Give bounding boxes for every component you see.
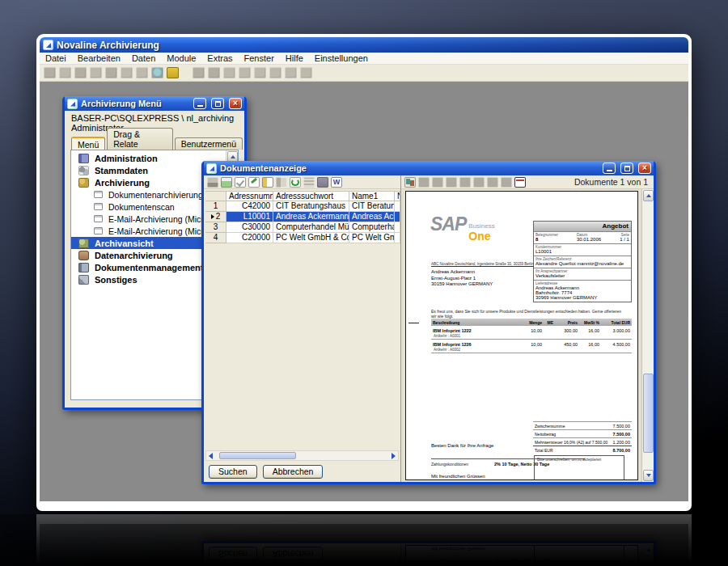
export-icon[interactable] bbox=[501, 177, 512, 188]
scroll-right-icon[interactable] bbox=[392, 453, 396, 459]
folder-tree-icon[interactable] bbox=[262, 177, 273, 188]
menu-fenster[interactable]: Fenster bbox=[239, 53, 280, 63]
menu-bearbeiten[interactable]: Bearbeiten bbox=[72, 53, 126, 63]
header-name2[interactable]: N bbox=[395, 191, 400, 201]
form-icon bbox=[94, 203, 103, 210]
menu-datei[interactable]: Datei bbox=[40, 53, 72, 63]
horizontal-scrollbar[interactable] bbox=[205, 450, 399, 461]
grid-icon[interactable] bbox=[136, 67, 148, 78]
close-button[interactable]: × bbox=[229, 98, 242, 109]
app-window: Novaline Archivierung Datei Bearbeiten D… bbox=[36, 34, 692, 511]
dokumentenanzeige-window-icon bbox=[206, 163, 217, 174]
keys-icon bbox=[78, 178, 89, 188]
form-icon bbox=[94, 191, 103, 198]
maximize-button[interactable] bbox=[620, 163, 633, 174]
mdi-area: Archivierung Menü × BASER-PC\SQLEXPRESS … bbox=[40, 82, 688, 501]
move-icon[interactable] bbox=[208, 67, 220, 78]
menu-daten[interactable]: Daten bbox=[126, 53, 161, 63]
menu-tabs: Menü Drag & Relate Benutzermenü bbox=[71, 136, 244, 150]
print-icon[interactable] bbox=[207, 177, 218, 188]
archiv-menu-titlebar[interactable]: Archivierung Menü × bbox=[65, 96, 244, 111]
notes-icon[interactable] bbox=[105, 67, 117, 78]
scrollbar-thumb[interactable] bbox=[643, 374, 654, 453]
table-row[interactable]: 3 C30000 Computerhandel Mülle Computerha… bbox=[205, 222, 400, 233]
menu-einstellungen[interactable]: Einstellungen bbox=[309, 53, 374, 63]
edit-icon[interactable] bbox=[248, 177, 260, 188]
totals-block: Zwischensumme7.500,00 Nettobetrag7.500,0… bbox=[533, 421, 632, 454]
stamp-icon[interactable] bbox=[432, 177, 443, 188]
closing-line: Mit freundlichen Grüssen bbox=[431, 474, 485, 479]
minimize-button[interactable] bbox=[193, 98, 206, 109]
document-icon-4[interactable] bbox=[269, 67, 281, 78]
tab-benutzermenue[interactable]: Benutzermenü bbox=[175, 137, 243, 150]
word-export-icon[interactable]: W bbox=[331, 177, 342, 188]
search-button[interactable]: Suchen bbox=[209, 465, 257, 479]
header-adressnummer[interactable]: Adressnummer bbox=[226, 191, 273, 201]
scroll-down-icon[interactable] bbox=[643, 470, 654, 481]
sap-document-page: SAP Business One Angebot Belegnummer8 bbox=[405, 191, 638, 480]
rotate-icon[interactable] bbox=[459, 177, 471, 188]
scroll-left-icon[interactable] bbox=[209, 453, 213, 459]
close-button[interactable]: × bbox=[638, 163, 651, 174]
tab-drag-relate[interactable]: Drag & Relate bbox=[107, 128, 172, 150]
panel-icon[interactable] bbox=[121, 67, 133, 78]
dokumentenanzeige-body: W Adressnummer Adresssuchwort Name1 N 1 bbox=[204, 175, 654, 482]
maximize-button[interactable] bbox=[211, 98, 224, 109]
menu-extras[interactable]: Extras bbox=[201, 53, 238, 63]
page-forward-icon[interactable] bbox=[487, 177, 498, 188]
minimize-button[interactable] bbox=[603, 163, 616, 174]
form-icon bbox=[94, 227, 103, 234]
document-icon-1[interactable] bbox=[223, 67, 235, 78]
cancel-button[interactable]: Abbrechen bbox=[263, 465, 324, 479]
tab-menue[interactable]: Menü bbox=[71, 137, 105, 150]
move-folder-icon[interactable] bbox=[276, 177, 287, 188]
lock-icon[interactable] bbox=[167, 67, 179, 78]
document-icon-5[interactable] bbox=[285, 67, 297, 78]
send-mail-icon[interactable] bbox=[74, 67, 87, 78]
gears-icon bbox=[78, 166, 89, 175]
document-counter: Dokumente 1 von 1 bbox=[574, 177, 648, 187]
scrollbar-thumb[interactable] bbox=[219, 452, 296, 459]
signature-icon[interactable] bbox=[90, 67, 102, 78]
table-row[interactable]: 4 C20000 PC Welt GmbH & Co. PC Welt GmbH… bbox=[205, 233, 400, 243]
app-titlebar[interactable]: Novaline Archivierung bbox=[40, 37, 688, 53]
preview-area: SAP Business One Angebot Belegnummer8 bbox=[401, 189, 641, 482]
scroll-up-icon[interactable] bbox=[643, 190, 654, 201]
sap-business-one-logo: SAP Business One bbox=[430, 216, 495, 241]
sender-line: ABC Novaline Deutschland, Irgendeine Str… bbox=[431, 262, 534, 267]
thanks-line: Besten Dank für Ihre Anfrage bbox=[431, 443, 493, 448]
history-icon[interactable] bbox=[290, 177, 301, 188]
save-icon[interactable] bbox=[317, 177, 328, 188]
document-icon-2[interactable] bbox=[239, 67, 251, 78]
refresh-pages-icon[interactable] bbox=[404, 177, 416, 188]
disk-icon bbox=[78, 251, 89, 260]
table-row[interactable]: 1 C42000 CIT Beratungshaus CIT Beratungs… bbox=[205, 201, 400, 212]
copy-icon[interactable] bbox=[418, 177, 430, 188]
navigate-icon[interactable] bbox=[193, 67, 205, 78]
annotation-icon[interactable] bbox=[514, 177, 526, 188]
image-icon[interactable] bbox=[221, 177, 232, 188]
document-icon-6[interactable] bbox=[300, 67, 312, 78]
new-icon[interactable] bbox=[44, 67, 56, 78]
menu-module[interactable]: Module bbox=[161, 53, 201, 63]
menu-hilfe[interactable]: Hilfe bbox=[280, 53, 309, 63]
vertical-scrollbar[interactable] bbox=[641, 189, 654, 482]
dokumentenanzeige-titlebar[interactable]: Dokumentenanzeige × bbox=[204, 161, 654, 175]
document-header-box: Angebot Belegnummer8 Datum30.01.2006 Sei… bbox=[533, 221, 632, 302]
checkbox-icon[interactable] bbox=[235, 177, 246, 188]
page-back-icon[interactable] bbox=[473, 177, 485, 188]
print-icon[interactable] bbox=[59, 67, 71, 78]
recipient-address: Andreas Ackermann Ernst-August-Platz 1 3… bbox=[431, 269, 493, 288]
document-icon-3[interactable] bbox=[254, 67, 266, 78]
dokumentenanzeige-title: Dokumentenanzeige bbox=[220, 163, 598, 173]
list-icon[interactable] bbox=[303, 177, 315, 188]
header-adresssuchwort[interactable]: Adresssuchwort bbox=[273, 191, 349, 201]
table-row-selected[interactable]: 2 L10001 Andreas Ackermann Andreas Acker… bbox=[205, 212, 400, 222]
view-icon[interactable] bbox=[446, 177, 457, 188]
main-toolbar bbox=[40, 65, 688, 82]
globe-icon[interactable] bbox=[151, 67, 163, 78]
book-icon bbox=[78, 263, 89, 272]
line-item: IBM Infoprint 1226 10,00 450,00 16,00 4.… bbox=[431, 340, 632, 353]
menubar: Datei Bearbeiten Daten Module Extras Fen… bbox=[40, 53, 688, 65]
header-name1[interactable]: Name1 bbox=[349, 191, 395, 201]
